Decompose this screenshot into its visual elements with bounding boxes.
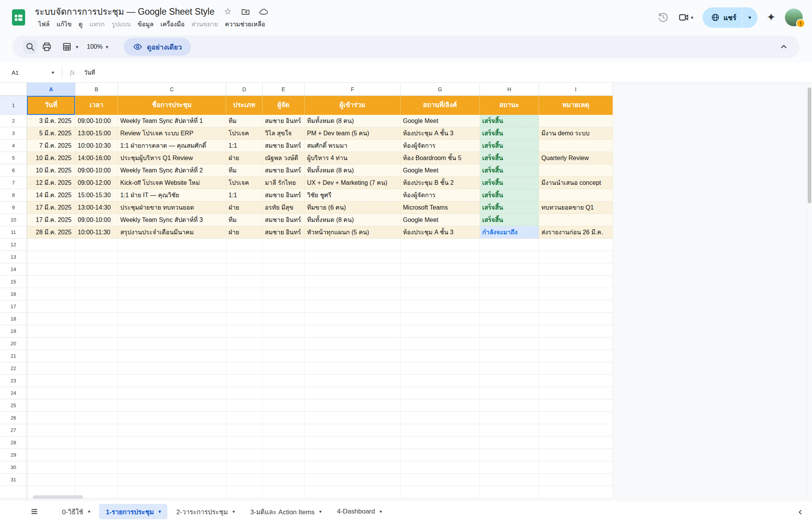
cell-C3[interactable]: Review โปรเจค ระบบ ERP bbox=[118, 127, 226, 140]
gemini-sparkle-icon[interactable]: ✦ bbox=[767, 12, 776, 23]
cell-A9[interactable]: 17 มี.ค. 2025 bbox=[27, 201, 75, 214]
cell-I8[interactable] bbox=[539, 189, 613, 201]
cell-A25[interactable] bbox=[27, 399, 75, 412]
cell-C23[interactable] bbox=[118, 375, 226, 387]
cell-I21[interactable] bbox=[539, 350, 613, 362]
cell-C4[interactable]: 1:1 ฝ่ายการตลาด — คุณสมศักดิ์ bbox=[118, 140, 226, 152]
cell-A30[interactable] bbox=[27, 461, 75, 474]
cell-F1[interactable]: ผู้เข้าร่วม bbox=[305, 96, 401, 115]
cell-D24[interactable] bbox=[226, 387, 263, 399]
sheet-tab-3[interactable]: 3-มติและ Action Items▾ bbox=[244, 504, 328, 519]
cell-H8[interactable]: เสร็จสิ้น bbox=[480, 189, 539, 201]
cell-F26[interactable] bbox=[305, 412, 401, 424]
menu-item-4[interactable]: รูปแบบ bbox=[108, 19, 134, 30]
cell-G25[interactable] bbox=[401, 399, 480, 412]
cell-H28[interactable] bbox=[480, 437, 539, 449]
cell-D29[interactable] bbox=[226, 449, 263, 461]
row-header-28[interactable]: 28 bbox=[0, 437, 27, 449]
cell-D23[interactable] bbox=[226, 375, 263, 387]
row-header-14[interactable]: 14 bbox=[0, 263, 27, 276]
cell-E18[interactable] bbox=[263, 313, 305, 325]
cell-H15[interactable] bbox=[480, 276, 539, 288]
cell-B5[interactable]: 14:00-16:00 bbox=[75, 152, 118, 164]
sheet-tab-caret-icon[interactable]: ▾ bbox=[88, 509, 90, 514]
cell-B28[interactable] bbox=[75, 437, 118, 449]
cell-H32[interactable] bbox=[480, 486, 539, 498]
cell-G24[interactable] bbox=[401, 387, 480, 399]
row-header-9[interactable]: 9 bbox=[0, 201, 27, 214]
row-header-4[interactable]: 4 bbox=[0, 140, 27, 152]
cell-B24[interactable] bbox=[75, 387, 118, 399]
cell-A10[interactable]: 17 มี.ค. 2025 bbox=[27, 214, 75, 226]
row-header-20[interactable]: 20 bbox=[0, 338, 27, 350]
cell-G14[interactable] bbox=[401, 263, 480, 276]
cell-E30[interactable] bbox=[263, 461, 305, 474]
cell-I18[interactable] bbox=[539, 313, 613, 325]
cell-G9[interactable]: Microsoft Teams bbox=[401, 201, 480, 214]
vertical-scrollbar-track[interactable] bbox=[807, 83, 812, 501]
sheet-tab-caret-icon[interactable]: ▾ bbox=[232, 509, 235, 514]
cell-D26[interactable] bbox=[226, 412, 263, 424]
cell-G17[interactable] bbox=[401, 300, 480, 313]
cell-F23[interactable] bbox=[305, 375, 401, 387]
column-header-A[interactable]: A bbox=[27, 83, 75, 96]
cell-C10[interactable]: Weekly Team Sync สัปดาห์ที่ 3 bbox=[118, 214, 226, 226]
cell-I22[interactable] bbox=[539, 362, 613, 375]
cell-A4[interactable]: 7 มี.ค. 2025 bbox=[27, 140, 75, 152]
cell-C7[interactable]: Kick-off โปรเจค Website ใหม่ bbox=[118, 177, 226, 189]
row-header-21[interactable]: 21 bbox=[0, 350, 27, 362]
cell-F16[interactable] bbox=[305, 288, 401, 300]
cell-E26[interactable] bbox=[263, 412, 305, 424]
menu-item-6[interactable]: เครื่องมือ bbox=[157, 19, 188, 30]
cell-F30[interactable] bbox=[305, 461, 401, 474]
cell-C9[interactable]: ประชุมฝ่ายขาย ทบทวนยอด bbox=[118, 201, 226, 214]
cell-I20[interactable] bbox=[539, 338, 613, 350]
tab-scroll-left-icon[interactable]: ‹ bbox=[798, 505, 802, 518]
cell-F15[interactable] bbox=[305, 276, 401, 288]
share-button[interactable]: แชร์ ▾ bbox=[703, 7, 757, 28]
cell-H22[interactable] bbox=[480, 362, 539, 375]
cell-F13[interactable] bbox=[305, 251, 401, 263]
cell-B18[interactable] bbox=[75, 313, 118, 325]
cell-I1[interactable]: หมายเหตุ bbox=[539, 96, 613, 115]
cell-F20[interactable] bbox=[305, 338, 401, 350]
vertical-scrollbar-thumb[interactable] bbox=[808, 87, 811, 203]
name-box[interactable]: A1 ▾ bbox=[12, 69, 54, 76]
cell-H21[interactable] bbox=[480, 350, 539, 362]
cell-D14[interactable] bbox=[226, 263, 263, 276]
sheet-tab-caret-icon[interactable]: ▾ bbox=[159, 509, 161, 514]
row-header-13[interactable]: 13 bbox=[0, 251, 27, 263]
cell-G30[interactable] bbox=[401, 461, 480, 474]
cell-I19[interactable] bbox=[539, 325, 613, 338]
print-button[interactable] bbox=[42, 42, 56, 52]
cell-E24[interactable] bbox=[263, 387, 305, 399]
cell-H9[interactable]: เสร็จสิ้น bbox=[480, 201, 539, 214]
cell-G8[interactable]: ห้องผู้จัดการ bbox=[401, 189, 480, 201]
row-header-3[interactable]: 3 bbox=[0, 127, 27, 140]
cell-D2[interactable]: ทีม bbox=[226, 115, 263, 127]
cell-A12[interactable] bbox=[27, 239, 75, 251]
cell-F29[interactable] bbox=[305, 449, 401, 461]
cell-C22[interactable] bbox=[118, 362, 226, 375]
cell-H29[interactable] bbox=[480, 449, 539, 461]
cell-G11[interactable]: ห้องประชุม A ชั้น 3 bbox=[401, 226, 480, 239]
cell-E7[interactable]: มาลี รักไทย bbox=[263, 177, 305, 189]
cell-D16[interactable] bbox=[226, 288, 263, 300]
cell-I32[interactable] bbox=[539, 486, 613, 498]
cell-B31[interactable] bbox=[75, 474, 118, 486]
cell-B19[interactable] bbox=[75, 325, 118, 338]
cell-F21[interactable] bbox=[305, 350, 401, 362]
row-header-11[interactable]: 11 bbox=[0, 226, 27, 239]
cell-I6[interactable] bbox=[539, 164, 613, 177]
cell-A21[interactable] bbox=[27, 350, 75, 362]
sheet-tab-2[interactable]: 2-วาระการประชุม▾ bbox=[170, 504, 241, 519]
cell-I12[interactable] bbox=[539, 239, 613, 251]
cell-A17[interactable] bbox=[27, 300, 75, 313]
cell-A23[interactable] bbox=[27, 375, 75, 387]
cell-A29[interactable] bbox=[27, 449, 75, 461]
cell-D12[interactable] bbox=[226, 239, 263, 251]
cell-D20[interactable] bbox=[226, 338, 263, 350]
cell-B21[interactable] bbox=[75, 350, 118, 362]
cell-C30[interactable] bbox=[118, 461, 226, 474]
row-header-8[interactable]: 8 bbox=[0, 189, 27, 201]
